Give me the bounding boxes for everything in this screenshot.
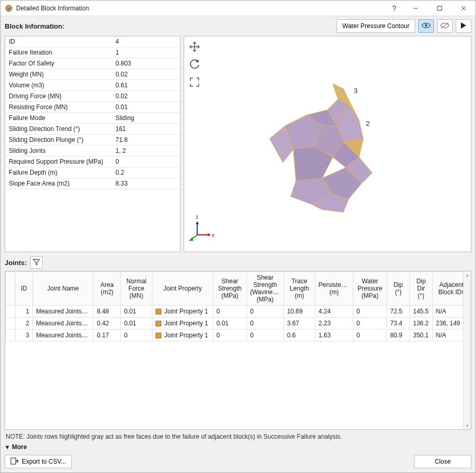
joint-property-label: Joint Property 1 <box>164 332 208 339</box>
info-row: Weight (MN)0.02 <box>5 69 180 80</box>
joints-label: Joints: <box>5 259 27 267</box>
info-key: Driving Force (MN) <box>5 91 112 102</box>
help-button[interactable]: ? <box>385 1 404 16</box>
viewer-3d[interactable]: x z <box>184 36 471 252</box>
info-value: Sliding <box>112 113 180 124</box>
info-key: Factor Of Safety <box>5 58 112 69</box>
joint-label-2: 2 <box>366 120 369 127</box>
table-row[interactable]: 2Measured Joints-2...0.420.01Joint Prope… <box>6 318 471 330</box>
filter-button[interactable] <box>30 256 43 269</box>
table-row[interactable]: 1Measured Joints-2...8.480.01Joint Prope… <box>6 306 471 318</box>
info-value: 0 <box>112 156 180 167</box>
color-swatch <box>156 333 161 338</box>
bottom-row: Export to CSV... Close <box>5 453 471 468</box>
joints-col-header[interactable] <box>6 272 16 306</box>
table-scrollbar[interactable]: ▴▾ <box>463 271 471 429</box>
close-window-button[interactable] <box>452 1 475 16</box>
info-row: Sliding Direction Trend (°)161 <box>5 124 180 135</box>
hide-icon-button[interactable] <box>437 19 453 33</box>
table-cell: 8.48 <box>94 306 121 318</box>
table-cell: 10.69 <box>284 306 315 318</box>
table-cell: 350.1 <box>409 330 432 341</box>
joints-col-header[interactable]: Dip Dir (°) <box>409 272 432 306</box>
table-cell: 3.67 <box>284 318 315 330</box>
table-cell: 0 <box>247 330 284 341</box>
joints-col-header[interactable]: Normal Force (MN) <box>121 272 152 306</box>
joints-col-header[interactable]: Dip (°) <box>387 272 410 306</box>
water-pressure-contour-label: Water Pressure Contour <box>342 22 409 30</box>
info-row: Failure Depth (m)0.2 <box>5 167 180 178</box>
play-icon <box>460 22 467 31</box>
info-row: Failure Iteration1 <box>5 47 180 58</box>
table-cell: Joint Property 1 <box>152 306 213 318</box>
info-row: Sliding Direction Plunge (°)71.8 <box>5 135 180 146</box>
joints-col-header[interactable]: Shear Strength (Waviness) (MPa) <box>247 272 284 306</box>
info-value: 1 <box>112 47 180 58</box>
svg-marker-13 <box>196 221 199 224</box>
joints-col-header[interactable]: ID <box>15 272 32 306</box>
pan-tool[interactable] <box>187 40 202 54</box>
joints-col-header[interactable]: Trace Length (m) <box>284 272 315 306</box>
joints-col-header[interactable]: Water Pressure (MPa) <box>353 272 387 306</box>
table-cell: 73.4 <box>387 318 410 330</box>
viewer-scene: x z <box>184 36 471 252</box>
table-cell: 4.24 <box>315 306 353 318</box>
info-key: Failure Depth (m) <box>5 167 112 178</box>
joints-col-header[interactable]: Shear Strength (MPa) <box>213 272 247 306</box>
content-area: Block Information: Water Pressure Contou… <box>1 16 475 472</box>
joints-col-header[interactable]: Joint Name <box>33 272 94 306</box>
table-cell: 0.17 <box>94 330 121 341</box>
minimize-button[interactable] <box>404 1 428 16</box>
svg-marker-7 <box>461 22 466 29</box>
table-cell: 72.5 <box>387 306 410 318</box>
axis-z-label: z <box>196 214 198 220</box>
play-button[interactable] <box>456 19 471 33</box>
info-value: 0.61 <box>112 80 180 91</box>
info-key: Resisting Force (MN) <box>5 102 112 113</box>
info-row: Resisting Force (MN)0.01 <box>5 102 180 113</box>
info-value: 1, 2 <box>112 146 180 156</box>
more-toggle[interactable]: ▾ More <box>5 441 471 453</box>
header-row: Block Information: Water Pressure Contou… <box>5 19 471 33</box>
svg-point-5 <box>425 24 428 27</box>
chevron-down-icon: ▾ <box>6 443 9 451</box>
show-icon-button[interactable] <box>418 19 434 33</box>
table-cell: 0.01 <box>121 318 152 330</box>
info-value: 4 <box>112 36 180 47</box>
joints-table: IDJoint NameArea (m2)Normal Force (MN)Jo… <box>5 271 471 341</box>
svg-rect-32 <box>11 458 16 464</box>
table-cell: 0 <box>353 306 387 318</box>
table-row[interactable]: 3Measured Joints-3...0.170Joint Property… <box>6 330 471 341</box>
table-cell: 0 <box>247 318 284 330</box>
table-cell: Measured Joints-2... <box>33 306 94 318</box>
table-cell: 136.2 <box>409 318 432 330</box>
color-swatch <box>156 309 161 314</box>
table-cell: 1.63 <box>315 330 353 341</box>
table-cell: 2 <box>15 318 32 330</box>
info-row: Required Support Pressure (MPa)0 <box>5 156 180 167</box>
info-row: Factor Of Safety0.803 <box>5 58 180 69</box>
table-cell: 0.6 <box>284 330 315 341</box>
export-csv-button[interactable]: Export to CSV... <box>5 455 72 468</box>
fit-tool[interactable] <box>187 75 202 89</box>
table-cell: 2.23 <box>315 318 353 330</box>
eye-icon <box>421 22 431 31</box>
svg-marker-11 <box>208 233 211 237</box>
info-row: Sliding Joints1, 2 <box>5 146 180 156</box>
table-cell: 0 <box>353 318 387 330</box>
joints-col-header[interactable]: Area (m2) <box>94 272 121 306</box>
table-cell <box>6 306 16 318</box>
table-cell: 0.42 <box>94 318 121 330</box>
close-button[interactable]: Close <box>414 455 471 468</box>
table-cell: 0.01 <box>213 318 247 330</box>
table-cell: 1 <box>15 306 32 318</box>
table-cell: Measured Joints-3... <box>33 330 94 341</box>
water-pressure-contour-button[interactable]: Water Pressure Contour <box>337 19 415 33</box>
table-cell: 80.9 <box>387 330 410 341</box>
joints-col-header[interactable]: Joint Property <box>152 272 213 306</box>
rotate-tool[interactable] <box>187 57 202 72</box>
info-key: Failure Mode <box>5 113 112 124</box>
maximize-button[interactable] <box>428 1 452 16</box>
joints-col-header[interactable]: Persistence (m) <box>315 272 353 306</box>
joints-table-wrap: IDJoint NameArea (m2)Normal Force (MN)Jo… <box>5 271 471 430</box>
